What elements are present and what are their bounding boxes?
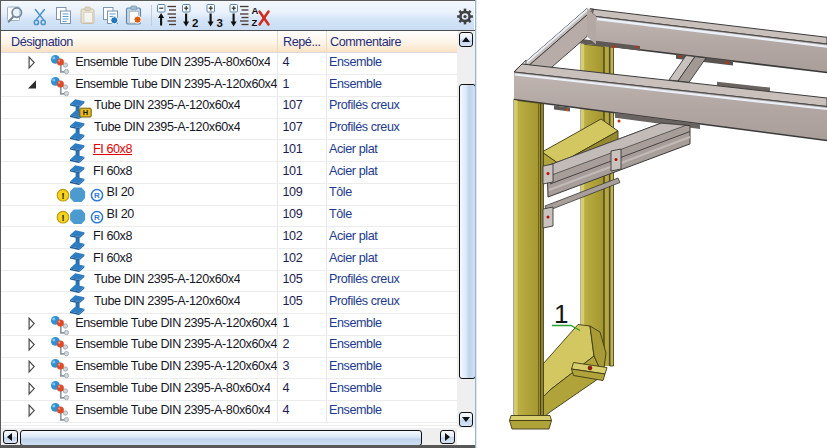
svg-text:1: 1 bbox=[554, 299, 568, 329]
svg-text:H: H bbox=[83, 109, 88, 118]
svg-text:!: ! bbox=[62, 191, 65, 201]
svg-text:!: ! bbox=[62, 213, 65, 223]
svg-text:A: A bbox=[252, 5, 259, 16]
svg-text:3: 3 bbox=[217, 17, 223, 29]
svg-text:R: R bbox=[94, 191, 100, 200]
svg-text:2: 2 bbox=[192, 17, 198, 29]
svg-text:Z: Z bbox=[252, 17, 258, 28]
svg-text:R: R bbox=[94, 213, 100, 222]
